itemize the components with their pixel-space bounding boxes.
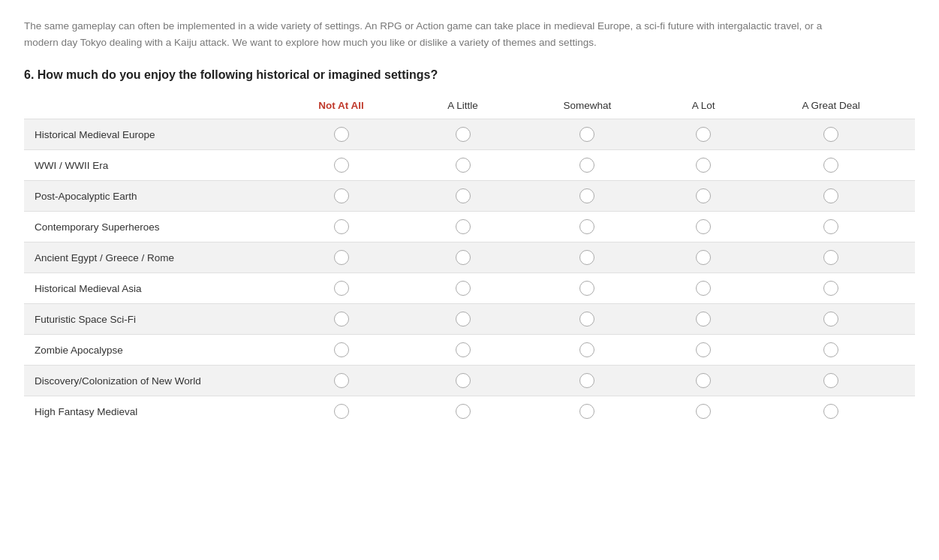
radio-somewhat-icon[interactable] [579,342,594,357]
radio-a-little-icon[interactable] [456,127,471,142]
radio-cell-a-lot[interactable] [660,212,748,242]
radio-a-great-deal-icon[interactable] [823,373,838,388]
radio-cell-somewhat[interactable] [515,396,660,427]
radio-cell-not-at-all[interactable] [272,119,411,150]
radio-somewhat-icon[interactable] [579,158,594,173]
radio-cell-a-little[interactable] [411,366,515,396]
radio-cell-a-lot[interactable] [660,150,748,181]
radio-cell-somewhat[interactable] [515,273,660,304]
radio-somewhat-icon[interactable] [579,188,594,203]
radio-cell-somewhat[interactable] [515,119,660,150]
radio-cell-somewhat[interactable] [515,366,660,396]
radio-cell-a-little[interactable] [411,181,515,212]
radio-cell-somewhat[interactable] [515,212,660,242]
radio-cell-a-great-deal[interactable] [747,119,915,150]
radio-a-lot-icon[interactable] [696,250,711,265]
radio-cell-a-great-deal[interactable] [747,212,915,242]
radio-cell-not-at-all[interactable] [272,304,411,335]
radio-not-at-all-icon[interactable] [334,342,349,357]
radio-a-little-icon[interactable] [456,219,471,234]
radio-cell-a-great-deal[interactable] [747,273,915,304]
radio-cell-a-little[interactable] [411,119,515,150]
radio-cell-a-lot[interactable] [660,242,748,273]
radio-cell-not-at-all[interactable] [272,242,411,273]
radio-somewhat-icon[interactable] [579,250,594,265]
radio-a-lot-icon[interactable] [696,312,711,327]
radio-cell-a-lot[interactable] [660,366,748,396]
radio-somewhat-icon[interactable] [579,281,594,296]
radio-cell-somewhat[interactable] [515,335,660,366]
radio-cell-a-little[interactable] [411,273,515,304]
radio-cell-a-lot[interactable] [660,181,748,212]
radio-a-great-deal-icon[interactable] [823,219,838,234]
radio-cell-somewhat[interactable] [515,242,660,273]
radio-cell-not-at-all[interactable] [272,212,411,242]
radio-cell-a-great-deal[interactable] [747,181,915,212]
radio-not-at-all-icon[interactable] [334,127,349,142]
radio-cell-a-lot[interactable] [660,273,748,304]
radio-a-lot-icon[interactable] [696,373,711,388]
radio-a-little-icon[interactable] [456,342,471,357]
radio-a-little-icon[interactable] [456,188,471,203]
radio-a-lot-icon[interactable] [696,281,711,296]
radio-a-great-deal-icon[interactable] [823,127,838,142]
radio-cell-a-great-deal[interactable] [747,150,915,181]
radio-a-little-icon[interactable] [456,373,471,388]
radio-cell-not-at-all[interactable] [272,150,411,181]
radio-cell-not-at-all[interactable] [272,181,411,212]
radio-cell-a-lot[interactable] [660,396,748,427]
radio-cell-not-at-all[interactable] [272,335,411,366]
radio-cell-a-great-deal[interactable] [747,242,915,273]
radio-somewhat-icon[interactable] [579,404,594,419]
radio-cell-not-at-all[interactable] [272,366,411,396]
radio-cell-a-little[interactable] [411,335,515,366]
radio-cell-a-great-deal[interactable] [747,396,915,427]
radio-a-great-deal-icon[interactable] [823,404,838,419]
radio-somewhat-icon[interactable] [579,127,594,142]
radio-cell-not-at-all[interactable] [272,396,411,427]
radio-a-lot-icon[interactable] [696,219,711,234]
radio-a-little-icon[interactable] [456,281,471,296]
radio-somewhat-icon[interactable] [579,219,594,234]
radio-cell-a-little[interactable] [411,396,515,427]
radio-a-lot-icon[interactable] [696,158,711,173]
radio-not-at-all-icon[interactable] [334,158,349,173]
radio-a-great-deal-icon[interactable] [823,312,838,327]
radio-cell-a-little[interactable] [411,212,515,242]
radio-somewhat-icon[interactable] [579,312,594,327]
radio-not-at-all-icon[interactable] [334,281,349,296]
radio-not-at-all-icon[interactable] [334,404,349,419]
radio-cell-a-little[interactable] [411,150,515,181]
radio-not-at-all-icon[interactable] [334,373,349,388]
radio-cell-a-great-deal[interactable] [747,304,915,335]
radio-cell-a-lot[interactable] [660,304,748,335]
radio-a-great-deal-icon[interactable] [823,250,838,265]
radio-a-great-deal-icon[interactable] [823,158,838,173]
radio-cell-a-little[interactable] [411,304,515,335]
radio-cell-somewhat[interactable] [515,181,660,212]
radio-cell-somewhat[interactable] [515,304,660,335]
radio-not-at-all-icon[interactable] [334,219,349,234]
radio-a-lot-icon[interactable] [696,127,711,142]
radio-not-at-all-icon[interactable] [334,188,349,203]
radio-cell-a-great-deal[interactable] [747,335,915,366]
radio-a-little-icon[interactable] [456,312,471,327]
radio-somewhat-icon[interactable] [579,373,594,388]
radio-a-lot-icon[interactable] [696,188,711,203]
radio-a-great-deal-icon[interactable] [823,188,838,203]
radio-a-little-icon[interactable] [456,158,471,173]
radio-a-little-icon[interactable] [456,404,471,419]
radio-cell-not-at-all[interactable] [272,273,411,304]
radio-not-at-all-icon[interactable] [334,250,349,265]
radio-a-little-icon[interactable] [456,250,471,265]
radio-cell-a-lot[interactable] [660,119,748,150]
radio-a-great-deal-icon[interactable] [823,342,838,357]
radio-cell-a-little[interactable] [411,242,515,273]
radio-not-at-all-icon[interactable] [334,312,349,327]
radio-a-great-deal-icon[interactable] [823,281,838,296]
radio-cell-a-lot[interactable] [660,335,748,366]
radio-a-lot-icon[interactable] [696,404,711,419]
radio-cell-a-great-deal[interactable] [747,366,915,396]
radio-cell-somewhat[interactable] [515,150,660,181]
radio-a-lot-icon[interactable] [696,342,711,357]
